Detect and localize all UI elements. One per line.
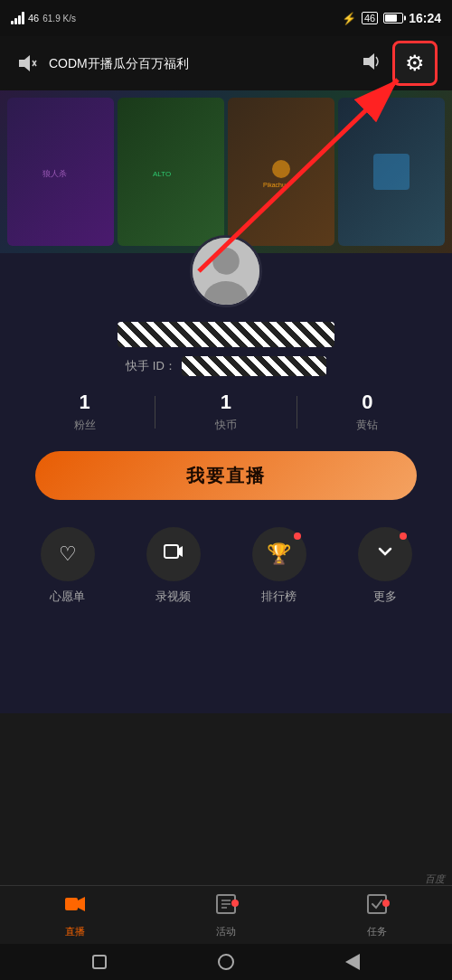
- lte-badge: 46: [362, 12, 378, 24]
- svg-point-8: [272, 160, 290, 178]
- gear-icon: ⚙: [405, 51, 425, 76]
- nav-live[interactable]: 直播: [0, 886, 151, 944]
- task-badge: [382, 900, 390, 907]
- battery-icon: [383, 13, 403, 24]
- header-right: ⚙: [362, 41, 438, 86]
- heart-icon: ♡: [59, 542, 77, 566]
- settings-button[interactable]: ⚙: [392, 41, 438, 86]
- more-label: 更多: [373, 589, 397, 605]
- svg-point-12: [212, 248, 240, 275]
- ranking-label: 排行榜: [261, 589, 297, 605]
- mute-icon[interactable]: [14, 51, 40, 76]
- stat-coins: 1 快币: [155, 391, 296, 433]
- recent-apps-button[interactable]: [89, 951, 110, 973]
- speed-text: 61.9 K/s: [42, 14, 76, 24]
- stats-row: 1 粉丝 1 快币 0 黄钻: [14, 391, 438, 433]
- record-icon: [163, 541, 184, 568]
- thumbnail-4: [338, 98, 445, 246]
- game-thumbnails: 狼人杀 ALTO Pikachu: [0, 90, 452, 253]
- user-name-censored: [118, 322, 334, 347]
- svg-rect-16: [65, 898, 78, 910]
- app-header: CODM开播瓜分百万福利 ⚙: [0, 36, 452, 90]
- svg-text:Pikachu: Pikachu: [263, 182, 286, 188]
- signal-icon: [11, 12, 24, 24]
- record-circle[interactable]: [146, 527, 201, 581]
- diamond-label: 黄钻: [356, 418, 378, 433]
- ranking-badge: [294, 532, 301, 540]
- more-circle[interactable]: [358, 527, 412, 581]
- svg-text:ALTO: ALTO: [153, 170, 171, 178]
- svg-text:狼人杀: 狼人杀: [42, 169, 67, 178]
- action-record[interactable]: 录视频: [146, 527, 201, 605]
- circle-icon: [218, 954, 234, 970]
- chevron-down-icon: [374, 541, 396, 568]
- status-bar: 46 61.9 K/s ⚡ 46 16:24: [0, 0, 452, 36]
- header-title: CODM开播瓜分百万福利: [49, 55, 189, 71]
- triangle-icon: [345, 954, 360, 970]
- live-nav-label: 直播: [65, 925, 85, 938]
- time-display: 16:24: [409, 11, 441, 25]
- fans-count: 1: [80, 391, 90, 414]
- wishlist-label: 心愿单: [50, 589, 85, 605]
- status-right: ⚡ 46 16:24: [342, 11, 441, 25]
- nav-task[interactable]: 任务: [301, 886, 452, 944]
- activity-nav-label: 活动: [216, 925, 236, 938]
- action-wishlist[interactable]: ♡ 心愿单: [41, 527, 95, 605]
- user-id-row: 快手 ID：: [126, 356, 326, 376]
- user-avatar[interactable]: [190, 235, 262, 307]
- watermark: 百度: [425, 872, 445, 886]
- live-nav-icon: [63, 892, 87, 921]
- task-nav-label: 任务: [367, 925, 387, 938]
- ranking-circle[interactable]: 🏆: [252, 527, 306, 581]
- user-id-censored: [182, 356, 326, 376]
- coins-label: 快币: [215, 418, 237, 433]
- avatar-silhouette: [193, 238, 259, 305]
- actions-row: ♡ 心愿单 录视频 🏆 排行榜: [14, 527, 438, 605]
- square-icon: [92, 955, 107, 969]
- nav-bar: 直播 活动: [0, 886, 452, 944]
- carrier-text: 46: [28, 13, 39, 24]
- svg-marker-17: [78, 897, 85, 911]
- svg-marker-3: [363, 53, 374, 70]
- home-button[interactable]: [215, 951, 237, 973]
- action-ranking[interactable]: 🏆 排行榜: [252, 527, 306, 605]
- diamond-count: 0: [362, 391, 372, 414]
- bottom-navigation: 直播 活动: [0, 885, 452, 980]
- coins-count: 1: [221, 391, 231, 414]
- thumbnail-1: 狼人杀: [7, 98, 114, 246]
- activity-badge: [231, 900, 239, 907]
- system-nav-bar: [0, 944, 452, 980]
- header-left: CODM开播瓜分百万福利: [14, 51, 189, 76]
- nav-activity[interactable]: 活动: [151, 886, 302, 944]
- stat-fans: 1 粉丝: [14, 391, 155, 433]
- id-label: 快手 ID：: [126, 358, 176, 374]
- background-area: 狼人杀 ALTO Pikachu: [0, 90, 452, 253]
- more-badge: [400, 532, 407, 540]
- go-live-button[interactable]: 我要直播: [35, 451, 416, 500]
- fans-label: 粉丝: [74, 418, 96, 433]
- svg-rect-10: [373, 154, 410, 190]
- profile-section: 快手 ID： 1 粉丝 1 快币 0 黄钻 我要直播 ♡ 心愿单: [0, 253, 452, 641]
- bluetooth-icon: ⚡: [342, 12, 356, 25]
- wishlist-circle[interactable]: ♡: [41, 527, 95, 581]
- go-live-label: 我要直播: [186, 464, 266, 488]
- stat-diamond: 0 黄钻: [297, 391, 438, 433]
- back-button[interactable]: [342, 951, 363, 973]
- thumbnail-3: Pikachu: [228, 98, 334, 246]
- svg-marker-0: [19, 55, 30, 71]
- record-label: 录视频: [155, 589, 191, 605]
- volume-icon[interactable]: [362, 52, 381, 76]
- thumbnail-2: ALTO: [118, 98, 224, 246]
- action-more[interactable]: 更多: [358, 527, 412, 605]
- svg-rect-14: [165, 545, 178, 558]
- status-left: 46 61.9 K/s: [11, 12, 76, 24]
- trophy-icon: 🏆: [267, 542, 291, 566]
